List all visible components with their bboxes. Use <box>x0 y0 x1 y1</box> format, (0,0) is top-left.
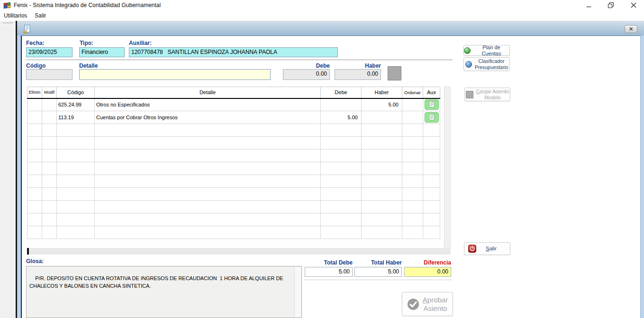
clasificador-label: Clasificador Presupuestario <box>475 58 508 70</box>
plan-cuentas-label: Plan de Cuentas <box>473 44 509 56</box>
auxiliar-input[interactable]: 1207708478 SANTILLAN ESPINOZA JOHANNA PA… <box>129 47 338 57</box>
column-header-haber[interactable]: Haber <box>362 87 402 98</box>
menu-salir[interactable]: Salir <box>31 11 50 20</box>
column-header-modif[interactable]: Modif <box>42 87 57 98</box>
table-row[interactable] <box>27 188 440 201</box>
haber-label: Haber <box>335 62 381 69</box>
child-close-icon: ✕ <box>629 26 633 32</box>
table-row[interactable] <box>27 226 440 239</box>
entries-table: EliminModifCódigoDetalleDebeHaberOrdenar… <box>27 87 440 239</box>
column-header-detalle[interactable]: Detalle <box>95 87 321 98</box>
column-header-debe[interactable]: Debe <box>321 87 362 98</box>
aprobar-asiento-button[interactable]: Aprobar Asiento <box>402 292 453 316</box>
aux-icon <box>429 114 435 121</box>
glosa-textarea[interactable]: P/R. DEPOSITO EN CUENTA ROTATIVA DE INGR… <box>26 266 302 318</box>
detalle-label: Detalle <box>79 62 98 69</box>
close-button[interactable] <box>624 0 644 10</box>
debe-label: Debe <box>283 62 330 69</box>
aprobar-label: Aprobar Asiento <box>423 296 448 312</box>
column-header-código[interactable]: Código <box>57 87 95 98</box>
table-row[interactable] <box>27 175 440 188</box>
journal-close-button[interactable]: ✕ <box>625 25 637 33</box>
diferencia-field: 0.00 <box>404 267 451 277</box>
salir-label: Salir <box>479 246 503 252</box>
salir-icon <box>468 245 476 253</box>
table-row[interactable] <box>27 150 440 162</box>
minimize-icon <box>586 3 591 8</box>
aux-button[interactable] <box>425 99 439 110</box>
app-window: Fenix - Sistema Integrado de Contabilida… <box>0 0 644 318</box>
table-row[interactable] <box>27 137 440 150</box>
app-logo-icon <box>3 2 11 9</box>
table-vertical-scrollbar[interactable] <box>444 87 451 247</box>
salir-button[interactable]: Salir <box>464 242 510 255</box>
debe-input[interactable]: 0.00 <box>283 69 330 80</box>
entry-action-button[interactable] <box>388 66 401 80</box>
scrollbar-thumb[interactable] <box>27 248 29 255</box>
tipo-label: Tipo: <box>80 40 93 46</box>
separator-line <box>26 60 453 60</box>
minimize-button[interactable] <box>579 0 599 10</box>
column-header-ordenar[interactable]: Ordenar <box>402 87 423 98</box>
plan-de-cuentas-button[interactable]: Plan de Cuentas <box>463 45 510 56</box>
panel-grip[interactable] <box>2 23 13 24</box>
table-horizontal-scrollbar[interactable] <box>27 248 451 255</box>
haber-input[interactable]: 0.00 <box>335 69 381 80</box>
totals-panel-border <box>303 280 452 280</box>
aprobar-icon <box>407 298 419 310</box>
table-row[interactable] <box>27 201 440 213</box>
codigo-label: Código <box>26 62 45 69</box>
journal-icon <box>22 25 32 34</box>
total-debe-label: Total Debe <box>305 259 353 266</box>
restore-button[interactable] <box>601 0 621 10</box>
column-header-aux[interactable]: Aux <box>423 87 440 98</box>
table-row[interactable] <box>27 213 440 226</box>
fecha-input[interactable]: 23/09/2025 <box>26 47 73 57</box>
table-row[interactable] <box>27 162 440 175</box>
fecha-label: Fecha: <box>26 40 45 46</box>
total-haber-field: 5.00 <box>354 267 402 277</box>
glosa-scrollbar[interactable] <box>294 267 301 317</box>
table-row[interactable]: 113.19Cuentas por Cobrar Otros Ingresos5… <box>27 111 440 124</box>
aux-button[interactable] <box>425 112 439 123</box>
clasificador-presupuestario-button[interactable]: Clasificador Presupuestario <box>463 57 510 71</box>
restore-icon <box>608 2 614 8</box>
plan-cuentas-icon <box>464 47 471 54</box>
tipo-input[interactable]: Financiero <box>79 47 125 57</box>
column-header-elimin[interactable]: Elimin <box>27 87 42 98</box>
table-row[interactable]: 625.24.99Otros no Especificados5.00 <box>27 98 440 111</box>
title-bar: Fenix - Sistema Integrado de Contabilida… <box>0 0 644 10</box>
cargar-label: Cargar Asiento Modelo <box>476 88 509 100</box>
table-row[interactable] <box>27 124 440 137</box>
menu-utilitarios[interactable]: Utilitarios <box>0 11 31 20</box>
total-haber-label: Total Haber <box>354 259 402 266</box>
menu-bar: Utilitarios Salir <box>0 10 644 21</box>
total-debe-field: 5.00 <box>305 267 353 277</box>
window-title: Fenix - Sistema Integrado de Contabilida… <box>14 2 161 9</box>
close-icon <box>631 2 636 8</box>
journal-window-header <box>17 21 644 35</box>
detalle-input[interactable] <box>79 69 271 80</box>
auxiliar-label: Auxiliar: <box>129 40 152 46</box>
clasificador-icon <box>465 61 472 68</box>
cargar-icon <box>466 91 473 98</box>
glosa-text: P/R. DEPOSITO EN CUENTA ROTATIVA DE INGR… <box>29 275 285 288</box>
side-panel[interactable] <box>0 21 16 318</box>
codigo-input[interactable] <box>26 69 73 80</box>
aux-icon <box>429 101 435 108</box>
diferencia-label: Diferencia <box>404 259 451 266</box>
cargar-asiento-modelo-button[interactable]: Cargar Asiento Modelo <box>464 88 510 101</box>
glosa-label: Glosa: <box>26 258 44 265</box>
